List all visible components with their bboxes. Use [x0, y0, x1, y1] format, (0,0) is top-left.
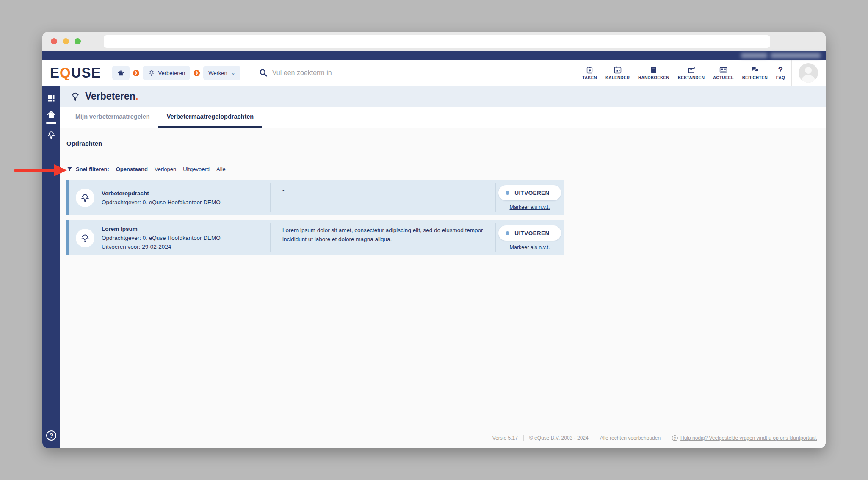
filter-option-openstaand[interactable]: Openstaand [116, 166, 148, 172]
filter-option-alle[interactable]: Alle [216, 166, 226, 172]
item-actions: UITVOEREN Markeer als n.v.t. [496, 220, 564, 255]
footer-help-link[interactable]: ? Hulp nodig? Veelgestelde vragen vindt … [672, 435, 817, 441]
markeer-nvt-link[interactable]: Markeer als n.v.t. [510, 204, 550, 210]
maximize-window-button[interactable] [75, 38, 81, 44]
markeer-nvt-link[interactable]: Markeer als n.v.t. [510, 244, 550, 250]
list-item[interactable]: Verbeteropdracht Opdrachtgever: 0. eQuse… [66, 180, 564, 215]
minimize-window-button[interactable] [63, 38, 69, 44]
nav-item-actueel[interactable]: ACTUEEL [710, 66, 737, 80]
avatar-person-icon [802, 75, 815, 83]
item-title: Verbeteropdracht [102, 189, 265, 198]
item-icon-zone [69, 220, 102, 255]
tab-verbetermaatregelopdrachten[interactable]: Verbetermaatregelopdrachten [158, 107, 263, 128]
item-line: Uitvoeren voor: 29-02-2024 [102, 242, 265, 251]
breadcrumb-verbeteren-label: Verbeteren [158, 70, 185, 76]
opdrachten-list: Verbeteropdracht Opdrachtgever: 0. eQuse… [66, 180, 826, 255]
item-line: Opdrachtgever: 0. eQuse Hoofdkantoor DEM… [102, 198, 265, 207]
nav-item-faq[interactable]: ? FAQ [773, 66, 788, 80]
search-icon [259, 68, 268, 78]
item-description: - [271, 180, 495, 215]
breadcrumb-werken-dropdown[interactable]: Werken ⌄ [203, 66, 240, 80]
main-area: Verbeteren. Mijn verbetermaatregelen Ver… [60, 86, 826, 448]
list-item[interactable]: Lorem ipsum Opdrachtgever: 0. eQuse Hoof… [66, 220, 564, 255]
nav-label: ACTUEEL [713, 75, 734, 80]
sidebar-lightbulb-icon[interactable] [46, 130, 56, 140]
status-dot-icon [506, 191, 509, 195]
user-avatar-zone [791, 60, 826, 86]
close-window-button[interactable] [51, 38, 57, 44]
uitvoeren-button[interactable]: UITVOEREN [498, 185, 561, 200]
footer-copyright: © eQuse B.V. 2003 - 2024 [529, 435, 589, 441]
browser-window: eQuse ❯ Verbeteren ❯ Werken ⌄ [42, 32, 826, 448]
page-title-text: Verbeteren [85, 91, 135, 102]
tab-label: Mijn verbetermaatregelen [75, 113, 150, 120]
nav-label: HANDBOEKEN [638, 75, 669, 80]
sidebar: ? [42, 86, 60, 448]
redacted-organization-name [771, 53, 821, 58]
avatar[interactable] [799, 63, 818, 83]
logo-text-end: use [71, 65, 101, 80]
filter-option-uitgevoerd[interactable]: Uitgevoerd [183, 166, 210, 172]
item-info: Verbeteropdracht Opdrachtgever: 0. eQuse… [102, 180, 270, 215]
apps-grid-icon[interactable] [47, 94, 55, 103]
equse-logo[interactable]: eQuse [50, 65, 101, 81]
lightbulb-icon [76, 189, 94, 207]
nav-item-kalender[interactable]: KALENDER [603, 66, 633, 80]
logo-text: e [50, 65, 60, 80]
redacted-user-name [741, 53, 767, 58]
filter-label-group: Snel filteren: [66, 166, 109, 172]
footer-version: Versie 5.17 [492, 435, 518, 441]
breadcrumb: ❯ Verbeteren ❯ Werken ⌄ [112, 66, 240, 80]
sidebar-home-icon[interactable] [47, 110, 56, 119]
footer-help-text: Hulp nodig? Veelgestelde vragen vindt u … [680, 435, 817, 441]
search-input[interactable] [272, 69, 475, 77]
address-bar[interactable] [104, 35, 770, 48]
breadcrumb-werken-label: Werken [208, 70, 227, 76]
nav-label: TAKEN [582, 75, 597, 80]
help-circle-icon: ? [672, 435, 678, 441]
home-icon [117, 69, 124, 77]
footer-separator [594, 435, 594, 441]
body-row: ? Verbeteren. Mijn verbetermaatregelen V… [42, 86, 826, 448]
nav-item-taken[interactable]: TAKEN [579, 66, 600, 80]
logo-accent-letter: Q [60, 65, 71, 80]
header-nav: TAKEN KALENDER HANDBOEKEN BESTANDEN [579, 66, 788, 80]
question-icon: ? [778, 66, 783, 74]
tab-label: Verbetermaatregelopdrachten [167, 113, 254, 120]
sidebar-active-indicator [46, 122, 56, 124]
breadcrumb-home-button[interactable] [112, 66, 130, 80]
breadcrumb-verbeteren[interactable]: Verbeteren [143, 66, 191, 80]
avatar-person-icon [805, 67, 812, 74]
breadcrumb-separator-icon: ❯ [194, 70, 200, 76]
calendar-icon [614, 66, 622, 74]
filter-option-verlopen[interactable]: Verlopen [155, 166, 176, 172]
tab-mijn-verbetermaatregelen[interactable]: Mijn verbetermaatregelen [67, 107, 158, 128]
footer-separator [523, 435, 524, 441]
filter-label: Snel filteren: [76, 166, 109, 172]
filter-funnel-icon [66, 166, 73, 172]
section-title: Opdrachten [66, 140, 826, 147]
page-title: Verbeteren. [85, 91, 138, 102]
top-navy-strip [42, 51, 826, 60]
footer-separator [666, 435, 666, 441]
nav-label: BESTANDEN [678, 75, 705, 80]
nav-label: KALENDER [605, 75, 630, 80]
section-divider [66, 154, 564, 154]
uitvoeren-button-label: UITVOEREN [509, 230, 555, 236]
book-icon [650, 66, 658, 74]
uitvoeren-button[interactable]: UITVOEREN [498, 225, 561, 241]
nav-item-handboeken[interactable]: HANDBOEKEN [635, 66, 672, 80]
footer-rights: Alle rechten voorbehouden [600, 435, 661, 441]
lightbulb-icon [76, 229, 94, 247]
nav-item-berichten[interactable]: BERICHTEN [739, 66, 771, 80]
quick-filter-row: Snel filteren: Openstaand Verlopen Uitge… [66, 166, 826, 172]
sidebar-help-icon[interactable]: ? [46, 430, 56, 441]
nav-label: BERICHTEN [742, 75, 768, 80]
tab-bar: Mijn verbetermaatregelen Verbetermaatreg… [60, 107, 826, 128]
app-header: eQuse ❯ Verbeteren ❯ Werken ⌄ [42, 60, 826, 86]
archive-box-icon [687, 66, 696, 74]
content: Opdrachten Snel filteren: Openstaand Ver… [60, 128, 826, 448]
chat-icon [750, 66, 760, 74]
global-search [252, 60, 579, 86]
nav-item-bestanden[interactable]: BESTANDEN [675, 66, 708, 80]
